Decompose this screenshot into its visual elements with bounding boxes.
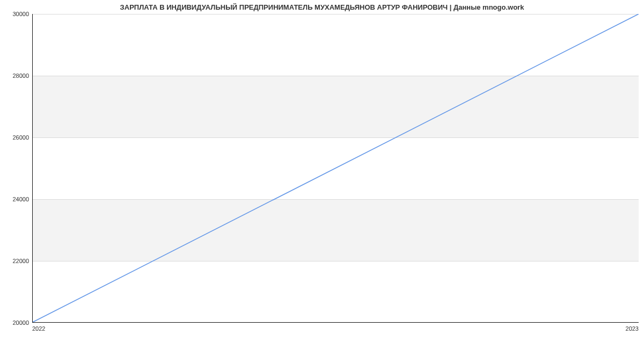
plot-area: [32, 14, 639, 323]
series-line: [33, 14, 639, 322]
y-tick-label: 24000: [3, 196, 29, 202]
x-tick-label: 2022: [32, 325, 45, 332]
y-tick-label: 22000: [3, 258, 29, 264]
x-tick-label: 2023: [626, 325, 639, 332]
y-tick-label: 20000: [3, 319, 29, 326]
line-layer: [33, 14, 639, 322]
chart-container: ЗАРПЛАТА В ИНДИВИДУАЛЬНЫЙ ПРЕДПРИНИМАТЕЛ…: [0, 0, 644, 349]
y-tick-label: 30000: [3, 11, 29, 17]
y-tick-label: 28000: [3, 72, 29, 79]
y-tick-label: 26000: [3, 134, 29, 141]
chart-title: ЗАРПЛАТА В ИНДИВИДУАЛЬНЫЙ ПРЕДПРИНИМАТЕЛ…: [0, 3, 644, 11]
